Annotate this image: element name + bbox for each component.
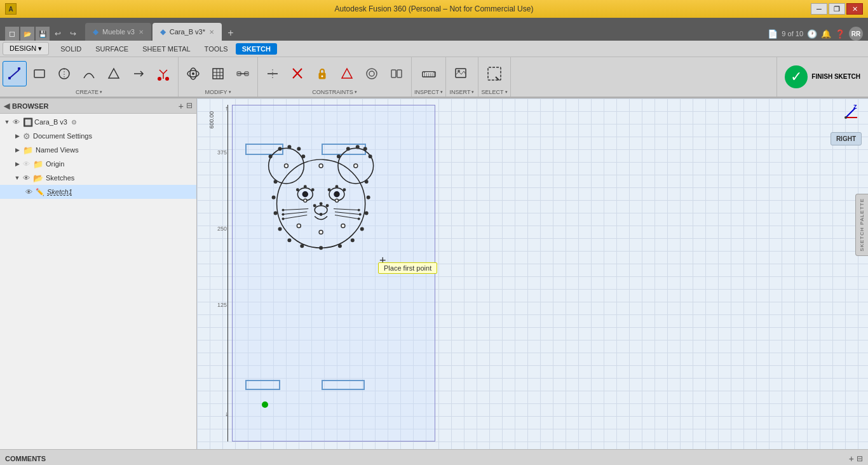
polygon-tool[interactable] xyxy=(102,61,126,86)
bell-icon[interactable]: 🔔 xyxy=(821,29,831,39)
help-icon[interactable]: ❓ xyxy=(835,29,845,39)
browser-add-button[interactable]: + xyxy=(179,101,184,111)
modify-buttons xyxy=(181,58,255,89)
svg-point-75 xyxy=(367,196,370,199)
svg-point-81 xyxy=(335,185,338,188)
trim-tool[interactable] xyxy=(151,61,175,86)
undo-icon[interactable]: ↩ xyxy=(51,27,65,41)
svg-point-88 xyxy=(282,213,285,216)
offset-tool[interactable] xyxy=(126,61,151,86)
tab-add-button[interactable]: + xyxy=(223,25,238,41)
svg-line-51 xyxy=(334,209,359,210)
redo-icon[interactable]: ↪ xyxy=(66,27,80,41)
concentric-constraint[interactable] xyxy=(360,61,384,86)
select-group: SELECT ▾ xyxy=(478,57,511,97)
arc-tool[interactable] xyxy=(77,61,101,86)
equal-constraint[interactable] xyxy=(384,61,409,86)
main-area: ◀ BROWSER + ⊟ ▼ 👁 🔲 Cara_B v3 ⚙ ▶ ⚙ Docu… xyxy=(0,98,868,449)
sketch-palette-tab[interactable]: SKETCH PALETTE xyxy=(855,194,868,256)
svg-point-78 xyxy=(304,185,307,188)
select-tool[interactable] xyxy=(481,61,508,86)
tree-docsettings-arrow[interactable]: ▶ xyxy=(13,131,22,140)
title-bar: A Autodesk Fusion 360 (Personal – Not fo… xyxy=(0,0,868,18)
rectangle-tool[interactable] xyxy=(27,61,51,86)
tree-carab-arrow[interactable]: ▼ xyxy=(3,118,11,126)
eye-icon-carab[interactable]: 👁 xyxy=(13,118,22,126)
svg-text:Z: Z xyxy=(853,105,857,110)
close-button[interactable]: ✕ xyxy=(846,3,863,15)
tab-carab-close[interactable]: ✕ xyxy=(209,29,214,36)
rect-bottom-left xyxy=(245,380,280,390)
tab-right-controls: 📄 9 of 10 🕐 🔔 ❓ RR xyxy=(768,27,863,41)
tree-item-sketch1[interactable]: 👁 ✏️ Sketch1 xyxy=(0,185,196,199)
insert-image-tool[interactable] xyxy=(449,61,475,86)
tangent-constraint[interactable] xyxy=(335,61,359,86)
vertical-constraint[interactable] xyxy=(285,61,309,86)
toolbar: DESIGN ▾ SOLID SURFACE SHEET METAL TOOLS… xyxy=(0,41,868,98)
browser-collapse-button[interactable]: ⊟ xyxy=(186,101,193,111)
tree-item-docsettings[interactable]: ▶ ⚙ Document Settings xyxy=(0,129,196,143)
svg-point-91 xyxy=(359,213,362,216)
project-tool[interactable] xyxy=(181,61,205,86)
open-file-icon[interactable]: 📂 xyxy=(20,27,34,41)
eye-icon-sketches[interactable]: 👁 xyxy=(23,174,32,182)
user-avatar[interactable]: RR xyxy=(849,27,863,41)
viewport[interactable]: 600.00 375 250 125 xyxy=(197,98,868,449)
minimize-button[interactable]: ─ xyxy=(811,3,827,15)
modify-group: MODIFY ▾ xyxy=(179,57,258,97)
gear-icon-carab[interactable]: ⚙ xyxy=(71,119,77,126)
tools-row: CREATE ▾ xyxy=(0,57,868,98)
menu-tab-sheet-metal[interactable]: SHEET METAL xyxy=(136,43,196,55)
menu-tab-tools[interactable]: TOOLS xyxy=(198,43,234,55)
design-button[interactable]: DESIGN ▾ xyxy=(3,42,49,55)
inspect-buttons xyxy=(416,58,442,89)
svg-point-73 xyxy=(360,227,364,231)
eye-icon-sketch1[interactable]: 👁 xyxy=(25,188,34,196)
window-controls: ─ ❐ ✕ xyxy=(811,3,863,15)
browser-nav-prev[interactable]: ◀ xyxy=(4,102,10,111)
svg-point-84 xyxy=(320,202,323,205)
tree-sketches-arrow[interactable]: ▼ xyxy=(13,173,22,182)
svg-point-59 xyxy=(337,154,341,158)
new-file-icon[interactable]: ◻ xyxy=(5,27,19,41)
eye-icon-origin[interactable]: 👁 xyxy=(23,160,32,168)
dim-line-vertical xyxy=(227,105,228,441)
folder-icon-namedviews: 📁 xyxy=(23,145,33,155)
svg-point-65 xyxy=(272,196,276,199)
finish-sketch-button[interactable]: ✓ FINISH SKETCH xyxy=(776,57,868,97)
measure-tool[interactable] xyxy=(416,61,442,86)
comments-collapse-button[interactable]: ⊟ xyxy=(857,454,863,463)
line-tool[interactable] xyxy=(3,61,27,86)
lock-constraint[interactable] xyxy=(310,61,334,86)
tab-mueble-label: Mueble v3 xyxy=(102,28,135,36)
tab-mueble-close[interactable]: ✕ xyxy=(139,29,144,36)
tab-carab[interactable]: ◆ Cara_B v3* ✕ xyxy=(153,23,222,41)
tree-item-carab[interactable]: ▼ 👁 🔲 Cara_B v3 ⚙ xyxy=(0,115,196,129)
maximize-button[interactable]: ❐ xyxy=(829,3,845,15)
svg-line-52 xyxy=(335,212,360,215)
svg-point-76 xyxy=(365,180,369,184)
svg-rect-39 xyxy=(488,67,501,80)
comments-add-button[interactable]: + xyxy=(849,454,854,464)
tab-mueble[interactable]: ◆ Mueble v3 ✕ xyxy=(85,23,151,41)
tree-origin-arrow[interactable]: ▶ xyxy=(13,159,22,168)
tree-namedviews-arrow[interactable]: ▶ xyxy=(13,145,22,154)
menu-tab-sketch[interactable]: SKETCH xyxy=(236,43,277,55)
svg-rect-2 xyxy=(34,70,44,78)
tree-item-namedviews[interactable]: ▶ 📁 Named Views xyxy=(0,143,196,157)
circle-tool[interactable] xyxy=(52,61,76,86)
menu-tab-surface[interactable]: SURFACE xyxy=(89,43,135,55)
clock-icon[interactable]: 🕐 xyxy=(807,29,817,39)
hatch-tool[interactable] xyxy=(206,61,230,86)
svg-point-62 xyxy=(363,147,367,151)
tree-item-sketches[interactable]: ▼ 👁 📂 Sketches xyxy=(0,171,196,185)
menu-tab-solid[interactable]: SOLID xyxy=(54,43,88,55)
svg-line-53 xyxy=(335,215,359,219)
tree-item-origin[interactable]: ▶ 👁 📁 Origin xyxy=(0,157,196,171)
midpoint-tool[interactable] xyxy=(231,61,255,86)
tab-nav-icon[interactable]: 📄 xyxy=(768,29,778,39)
horizontal-constraint[interactable] xyxy=(261,61,285,86)
save-icon[interactable]: 💾 xyxy=(36,27,50,41)
view-cube-right[interactable]: RIGHT xyxy=(831,132,862,145)
ruler-label-125: 125 xyxy=(217,302,227,308)
